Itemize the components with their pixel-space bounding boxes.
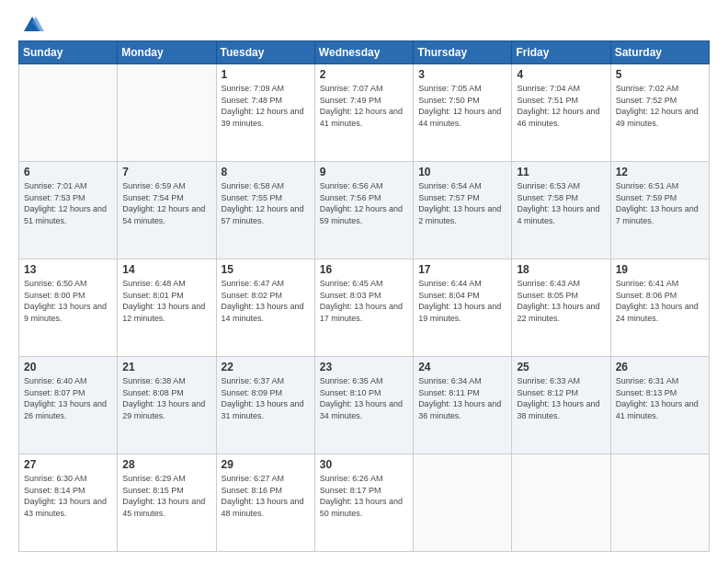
day-info: Sunrise: 7:07 AM Sunset: 7:49 PM Dayligh… — [320, 83, 408, 129]
logo-icon — [20, 15, 44, 35]
day-info: Sunrise: 6:43 AM Sunset: 8:05 PM Dayligh… — [517, 278, 605, 324]
calendar-cell: 12Sunrise: 6:51 AM Sunset: 7:59 PM Dayli… — [610, 162, 709, 259]
calendar-cell: 25Sunrise: 6:33 AM Sunset: 8:12 PM Dayli… — [512, 357, 610, 454]
day-number: 2 — [320, 68, 408, 81]
day-number: 10 — [418, 166, 506, 178]
calendar-cell — [414, 454, 512, 552]
day-number: 8 — [222, 166, 310, 178]
calendar-cell: 26Sunrise: 6:31 AM Sunset: 8:13 PM Dayli… — [610, 357, 709, 454]
calendar-week-2: 6Sunrise: 7:01 AM Sunset: 7:53 PM Daylig… — [19, 162, 710, 259]
weekday-header-row: SundayMondayTuesdayWednesdayThursdayFrid… — [19, 41, 710, 64]
day-number: 15 — [222, 263, 310, 276]
day-info: Sunrise: 6:53 AM Sunset: 7:58 PM Dayligh… — [517, 180, 605, 226]
calendar-cell — [19, 64, 118, 162]
calendar-cell: 20Sunrise: 6:40 AM Sunset: 8:07 PM Dayli… — [19, 357, 118, 454]
day-number: 22 — [222, 361, 310, 373]
day-info: Sunrise: 6:45 AM Sunset: 8:03 PM Dayligh… — [320, 278, 408, 324]
day-info: Sunrise: 6:44 AM Sunset: 8:04 PM Dayligh… — [418, 278, 506, 324]
calendar-cell — [610, 454, 709, 552]
calendar-week-4: 20Sunrise: 6:40 AM Sunset: 8:07 PM Dayli… — [19, 357, 710, 454]
calendar-cell: 27Sunrise: 6:30 AM Sunset: 8:14 PM Dayli… — [19, 454, 118, 552]
calendar-cell: 5Sunrise: 7:02 AM Sunset: 7:52 PM Daylig… — [610, 64, 709, 162]
page: SundayMondayTuesdayWednesdayThursdayFrid… — [0, 0, 728, 563]
calendar-table: SundayMondayTuesdayWednesdayThursdayFrid… — [18, 40, 710, 552]
weekday-wednesday: Wednesday — [314, 41, 413, 64]
weekday-thursday: Thursday — [414, 41, 512, 64]
calendar-cell: 28Sunrise: 6:29 AM Sunset: 8:15 PM Dayli… — [118, 454, 216, 552]
header — [18, 15, 710, 31]
calendar-cell: 1Sunrise: 7:09 AM Sunset: 7:48 PM Daylig… — [216, 64, 314, 162]
day-info: Sunrise: 6:51 AM Sunset: 7:59 PM Dayligh… — [616, 180, 704, 226]
day-info: Sunrise: 6:56 AM Sunset: 7:56 PM Dayligh… — [320, 180, 408, 226]
day-info: Sunrise: 6:30 AM Sunset: 8:14 PM Dayligh… — [24, 473, 112, 519]
day-info: Sunrise: 6:50 AM Sunset: 8:00 PM Dayligh… — [24, 278, 112, 324]
calendar-cell: 21Sunrise: 6:38 AM Sunset: 8:08 PM Dayli… — [118, 357, 216, 454]
calendar-cell: 3Sunrise: 7:05 AM Sunset: 7:50 PM Daylig… — [414, 64, 512, 162]
day-info: Sunrise: 6:59 AM Sunset: 7:54 PM Dayligh… — [122, 180, 210, 226]
calendar-cell — [118, 64, 216, 162]
day-info: Sunrise: 6:35 AM Sunset: 8:10 PM Dayligh… — [320, 375, 408, 421]
day-info: Sunrise: 6:27 AM Sunset: 8:16 PM Dayligh… — [222, 473, 310, 519]
day-info: Sunrise: 6:29 AM Sunset: 8:15 PM Dayligh… — [122, 473, 210, 519]
calendar-cell: 24Sunrise: 6:34 AM Sunset: 8:11 PM Dayli… — [414, 357, 512, 454]
day-number: 29 — [222, 458, 310, 471]
day-info: Sunrise: 6:54 AM Sunset: 7:57 PM Dayligh… — [418, 180, 506, 226]
day-number: 11 — [517, 166, 605, 178]
day-number: 9 — [320, 166, 408, 178]
weekday-tuesday: Tuesday — [216, 41, 314, 64]
day-number: 20 — [24, 361, 112, 373]
day-number: 26 — [616, 361, 704, 373]
day-number: 6 — [24, 166, 112, 178]
day-number: 14 — [122, 263, 210, 276]
day-info: Sunrise: 7:05 AM Sunset: 7:50 PM Dayligh… — [418, 83, 506, 129]
calendar-week-1: 1Sunrise: 7:09 AM Sunset: 7:48 PM Daylig… — [19, 64, 710, 162]
day-number: 16 — [320, 263, 408, 276]
day-number: 18 — [517, 263, 605, 276]
calendar-week-3: 13Sunrise: 6:50 AM Sunset: 8:00 PM Dayli… — [19, 259, 710, 357]
calendar-cell: 9Sunrise: 6:56 AM Sunset: 7:56 PM Daylig… — [314, 162, 413, 259]
calendar-cell: 13Sunrise: 6:50 AM Sunset: 8:00 PM Dayli… — [19, 259, 118, 357]
calendar-cell: 16Sunrise: 6:45 AM Sunset: 8:03 PM Dayli… — [314, 259, 413, 357]
calendar-cell: 17Sunrise: 6:44 AM Sunset: 8:04 PM Dayli… — [414, 259, 512, 357]
calendar-cell: 15Sunrise: 6:47 AM Sunset: 8:02 PM Dayli… — [216, 259, 314, 357]
day-info: Sunrise: 6:58 AM Sunset: 7:55 PM Dayligh… — [222, 180, 310, 226]
day-info: Sunrise: 7:09 AM Sunset: 7:48 PM Dayligh… — [222, 83, 310, 129]
calendar-cell: 18Sunrise: 6:43 AM Sunset: 8:05 PM Dayli… — [512, 259, 610, 357]
calendar-cell: 19Sunrise: 6:41 AM Sunset: 8:06 PM Dayli… — [610, 259, 709, 357]
day-number: 17 — [418, 263, 506, 276]
day-info: Sunrise: 6:34 AM Sunset: 8:11 PM Dayligh… — [418, 375, 506, 421]
day-info: Sunrise: 7:01 AM Sunset: 7:53 PM Dayligh… — [24, 180, 112, 226]
calendar-cell: 29Sunrise: 6:27 AM Sunset: 8:16 PM Dayli… — [216, 454, 314, 552]
day-info: Sunrise: 6:40 AM Sunset: 8:07 PM Dayligh… — [24, 375, 112, 421]
day-number: 13 — [24, 263, 112, 276]
day-info: Sunrise: 6:48 AM Sunset: 8:01 PM Dayligh… — [122, 278, 210, 324]
calendar-cell: 4Sunrise: 7:04 AM Sunset: 7:51 PM Daylig… — [512, 64, 610, 162]
weekday-friday: Friday — [512, 41, 610, 64]
weekday-monday: Monday — [118, 41, 216, 64]
day-info: Sunrise: 6:31 AM Sunset: 8:13 PM Dayligh… — [616, 375, 704, 421]
day-number: 28 — [122, 458, 210, 471]
day-info: Sunrise: 6:33 AM Sunset: 8:12 PM Dayligh… — [517, 375, 605, 421]
day-info: Sunrise: 7:02 AM Sunset: 7:52 PM Dayligh… — [616, 83, 704, 129]
day-info: Sunrise: 6:26 AM Sunset: 8:17 PM Dayligh… — [320, 473, 408, 519]
day-number: 21 — [122, 361, 210, 373]
calendar-cell — [512, 454, 610, 552]
calendar-cell: 10Sunrise: 6:54 AM Sunset: 7:57 PM Dayli… — [414, 162, 512, 259]
day-number: 25 — [517, 361, 605, 373]
day-info: Sunrise: 6:37 AM Sunset: 8:09 PM Dayligh… — [222, 375, 310, 421]
day-info: Sunrise: 6:38 AM Sunset: 8:08 PM Dayligh… — [122, 375, 210, 421]
day-number: 3 — [418, 68, 506, 81]
day-number: 1 — [222, 68, 310, 81]
day-number: 24 — [418, 361, 506, 373]
calendar-cell: 2Sunrise: 7:07 AM Sunset: 7:49 PM Daylig… — [314, 64, 413, 162]
calendar-cell: 11Sunrise: 6:53 AM Sunset: 7:58 PM Dayli… — [512, 162, 610, 259]
calendar-cell: 23Sunrise: 6:35 AM Sunset: 8:10 PM Dayli… — [314, 357, 413, 454]
weekday-sunday: Sunday — [19, 41, 118, 64]
day-info: Sunrise: 6:47 AM Sunset: 8:02 PM Dayligh… — [222, 278, 310, 324]
logo — [18, 15, 44, 31]
day-number: 12 — [616, 166, 704, 178]
day-info: Sunrise: 6:41 AM Sunset: 8:06 PM Dayligh… — [616, 278, 704, 324]
day-number: 5 — [616, 68, 704, 81]
day-number: 30 — [320, 458, 408, 471]
weekday-saturday: Saturday — [610, 41, 709, 64]
